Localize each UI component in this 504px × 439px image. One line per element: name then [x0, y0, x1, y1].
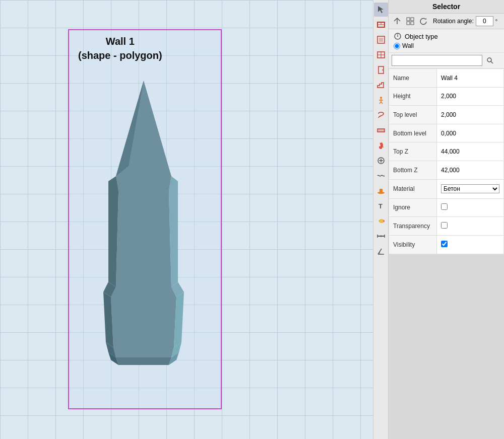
svg-rect-56	[411, 18, 414, 21]
angle-icon[interactable]	[374, 244, 388, 258]
prop-checkbox[interactable]	[441, 203, 448, 210]
prop-text-input[interactable]	[441, 148, 499, 155]
prop-value[interactable]	[437, 235, 504, 254]
svg-marker-2	[116, 176, 171, 191]
object-type-label: Object type	[405, 33, 438, 40]
prop-label: Height	[389, 87, 437, 106]
ruler-icon[interactable]	[374, 229, 388, 243]
text-icon[interactable]: T	[374, 199, 388, 213]
prop-value[interactable]	[437, 198, 504, 217]
prop-text-input[interactable]	[441, 130, 499, 137]
svg-point-63	[487, 58, 491, 62]
table-row: Height	[389, 87, 504, 106]
prop-text-input[interactable]	[441, 111, 499, 118]
wall-icon[interactable]	[374, 18, 388, 32]
prop-value[interactable]	[437, 69, 504, 88]
selector-icon[interactable]	[374, 3, 388, 17]
toolbar-rotate-icon[interactable]	[418, 16, 429, 27]
wall-radio[interactable]	[394, 43, 400, 49]
prop-label: Name	[389, 69, 437, 88]
table-row: Bottom Z	[389, 161, 504, 179]
prop-value[interactable]: Бетон	[437, 179, 504, 198]
properties-table: NameHeightTop levelBottom levelTop ZBott…	[389, 68, 504, 254]
svg-marker-8	[111, 287, 176, 297]
table-row: MaterialБетон	[389, 179, 504, 198]
toolbar-grid-icon[interactable]	[405, 16, 416, 27]
search-row	[389, 53, 504, 68]
circle-plus-icon[interactable]	[374, 154, 388, 168]
wall-label-line2: (shape - polygon)	[78, 48, 162, 62]
prop-label: Top Z	[389, 142, 437, 161]
prop-value[interactable]	[437, 106, 504, 124]
svg-rect-58	[411, 22, 414, 25]
panel-title: Selector	[432, 3, 460, 11]
svg-marker-15	[113, 347, 174, 357]
table-row: Transparency	[389, 217, 504, 236]
search-icon[interactable]	[484, 55, 495, 66]
svg-marker-12	[111, 297, 176, 347]
table-row: Visibility	[389, 235, 504, 254]
prop-label: Bottom Z	[389, 161, 437, 179]
wall-shape-container	[88, 76, 199, 368]
snake-icon[interactable]	[374, 108, 388, 122]
right-toolbar: T	[373, 0, 388, 439]
svg-rect-55	[407, 18, 410, 21]
prop-label: Bottom level	[389, 124, 437, 142]
window-icon[interactable]	[374, 48, 388, 62]
object-type-radio-row: Wall	[394, 42, 499, 49]
svg-marker-5	[116, 191, 171, 287]
svg-rect-45	[380, 189, 383, 193]
prop-value[interactable]	[437, 87, 504, 106]
eraser-icon[interactable]	[374, 214, 388, 228]
svg-point-31	[382, 69, 383, 70]
panel-header: Selector	[389, 0, 504, 14]
wall-label: Wall 1 (shape - polygon)	[78, 34, 162, 62]
prop-checkbox[interactable]	[441, 222, 448, 229]
prop-label: Top level	[389, 106, 437, 124]
prop-value[interactable]	[437, 161, 504, 179]
floor-icon[interactable]	[374, 33, 388, 47]
door-icon[interactable]	[374, 63, 388, 77]
prop-value[interactable]	[437, 142, 504, 161]
table-row: Name	[389, 69, 504, 88]
measure-icon[interactable]	[374, 123, 388, 137]
table-row: Ignore	[389, 198, 504, 217]
prop-text-input[interactable]	[441, 167, 499, 174]
svg-text:T: T	[379, 202, 383, 210]
stair-icon[interactable]	[374, 78, 388, 92]
svg-point-62	[397, 36, 398, 37]
search-input[interactable]	[392, 55, 482, 66]
wall-radio-label: Wall	[402, 42, 414, 49]
properties-panel: Selector Rotation angle: ° Object type W…	[388, 0, 504, 439]
object-type-row: Object type	[394, 32, 499, 40]
panel-toolbar: Rotation angle: °	[389, 14, 504, 29]
table-row: Top Z	[389, 142, 504, 161]
svg-line-36	[381, 102, 383, 104]
prop-checkbox-checked[interactable]	[441, 241, 448, 247]
rotation-label: Rotation angle:	[433, 18, 474, 25]
wave-icon[interactable]	[374, 169, 388, 183]
hat-icon[interactable]	[374, 184, 388, 198]
prop-label: Transparency	[389, 217, 437, 236]
wall-label-line1: Wall 1	[78, 34, 162, 48]
prop-value[interactable]	[437, 217, 504, 236]
prop-value[interactable]	[437, 124, 504, 142]
prop-select[interactable]: Бетон	[441, 184, 499, 193]
object-type-section: Object type Wall	[389, 29, 504, 53]
fire-icon[interactable]	[374, 138, 388, 153]
wall-shape-svg	[88, 76, 199, 368]
svg-rect-26	[379, 38, 383, 42]
panel-footer	[389, 254, 504, 440]
toolbar-arrow-icon[interactable]	[392, 16, 403, 27]
prop-text-input[interactable]	[441, 75, 499, 82]
canvas-area[interactable]: Wall 1 (shape - polygon)	[0, 0, 373, 439]
svg-marker-18	[116, 357, 171, 365]
svg-marker-21	[378, 6, 384, 13]
svg-rect-48	[383, 220, 385, 222]
prop-text-input[interactable]	[441, 93, 499, 100]
person-icon[interactable]	[374, 93, 388, 107]
table-row: Top level	[389, 106, 504, 124]
rotation-degree: °	[495, 18, 497, 24]
rotation-input[interactable]	[476, 16, 493, 26]
prop-label: Visibility	[389, 235, 437, 254]
